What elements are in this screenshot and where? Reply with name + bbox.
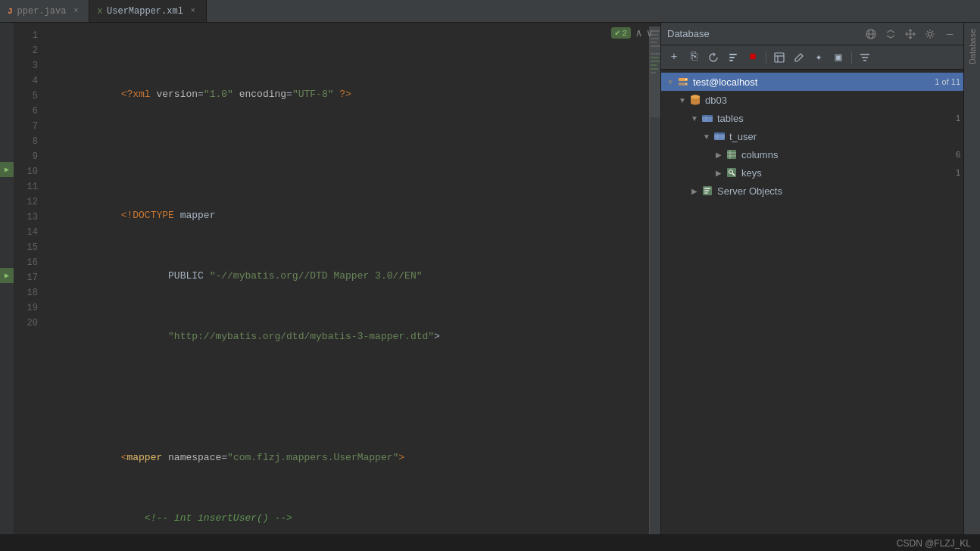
tab-usermapper-xml[interactable]: X UserMapper.xml × — [89, 0, 206, 22]
tree-item-server-objects[interactable]: ▶ Server Objects — [661, 182, 963, 200]
tree-badge-tables: 1 — [956, 114, 960, 123]
svg-rect-45 — [704, 188, 710, 189]
checkmark-icon: ✔ — [615, 28, 620, 38]
tree-badge-keys: 1 — [956, 168, 960, 177]
db-tree[interactable]: ▼ test@localhost 1 of 11 — [661, 70, 963, 534]
db-btn-view[interactable]: ▣ — [830, 49, 847, 66]
columns-icon — [725, 148, 738, 161]
svg-point-25 — [685, 79, 687, 80]
tab-close-usermapper-xml[interactable]: × — [188, 6, 198, 17]
tree-label-root: test@localhost — [693, 76, 930, 88]
svg-rect-19 — [729, 60, 733, 61]
db-icon-settings[interactable] — [922, 26, 938, 42]
tree-expand-server-objects[interactable]: ▶ — [688, 187, 701, 195]
tree-label-keys: keys — [741, 167, 953, 179]
db-btn-stop[interactable]: ■ — [744, 49, 761, 66]
db-btn-jump[interactable]: ✦ — [810, 49, 827, 66]
db-panel-header: Database — [661, 23, 963, 45]
code-line-5: "http://mybatis.org/dtd/mybatis-3-mapper… — [47, 314, 649, 329]
tree-expand-columns[interactable]: ▶ — [713, 151, 725, 159]
tree-label-columns: columns — [741, 149, 953, 160]
editor-area: ✔ 2 ∧ ∨ 1 2 3 4 5 6 7 8 9 — [14, 23, 660, 534]
t-user-icon — [713, 129, 726, 143]
tree-expand-tables[interactable]: ▼ — [688, 114, 701, 123]
svg-rect-46 — [704, 190, 709, 191]
code-editor[interactable]: 1 2 3 4 5 6 7 8 9 10 11 12 13 14 15 16 1 — [14, 23, 660, 534]
tree-label-t-user: t_user — [729, 131, 960, 142]
db-btn-refresh[interactable] — [705, 49, 722, 66]
svg-rect-20 — [775, 53, 784, 62]
db-root-icon — [676, 75, 690, 89]
down-arrow-btn[interactable]: ∨ — [647, 26, 653, 39]
server-objects-icon — [701, 184, 714, 198]
svg-rect-17 — [729, 54, 737, 55]
svg-rect-12 — [650, 26, 660, 117]
minimap — [649, 26, 660, 534]
tree-badge-root: 1 of 11 — [935, 77, 960, 86]
db-btn-properties[interactable] — [725, 49, 741, 66]
code-line-8: <!-- int insertUser() --> — [47, 496, 649, 511]
tree-item-columns[interactable]: ▶ columns 6 — [661, 145, 963, 163]
tree-label-db03: db03 — [705, 95, 960, 106]
tree-item-root[interactable]: ▼ test@localhost 1 of 11 — [661, 73, 963, 91]
db-btn-duplicate[interactable]: ⎘ — [685, 49, 702, 66]
tree-expand-db03[interactable]: ▼ — [676, 96, 688, 104]
tree-label-server-objects: Server Objects — [717, 185, 960, 197]
left-gutter: ▶ ▶ — [0, 23, 14, 534]
code-lines[interactable]: <?xml version="1.0" encoding="UTF-8" ?> … — [44, 26, 649, 534]
tab-close-mapper-java[interactable]: × — [70, 6, 81, 17]
tree-expand-root[interactable]: ▼ — [664, 78, 676, 86]
db-toolbar-sep1 — [766, 51, 766, 64]
db-btn-filter[interactable] — [857, 49, 873, 66]
db-btn-add[interactable]: + — [666, 49, 682, 66]
tab-bar: J pper.java × X UserMapper.xml × — [0, 0, 980, 23]
svg-rect-38 — [727, 150, 736, 159]
gutter-marker-insert: ▶ — [0, 162, 14, 177]
db-btn-table[interactable] — [771, 49, 788, 66]
svg-rect-34 — [714, 132, 725, 135]
java-file-icon: J — [8, 7, 13, 16]
bottom-bar: CSDN @FLZJ_KL — [0, 534, 980, 551]
code-line-3: <!DOCTYPE mapper — [47, 193, 649, 208]
svg-rect-30 — [702, 115, 713, 117]
up-arrow-btn[interactable]: ∧ — [635, 26, 641, 39]
tree-label-tables: tables — [717, 113, 953, 124]
tab-label-mapper-java: pper.java — [17, 6, 67, 17]
db-icon-globe[interactable] — [863, 26, 879, 42]
code-line-1: <?xml version="1.0" encoding="UTF-8" ?> — [47, 72, 649, 87]
keys-icon — [725, 166, 738, 179]
tree-item-keys[interactable]: ▶ keys 1 — [661, 163, 963, 182]
database-panel: Database — [660, 23, 963, 534]
code-line-6 — [47, 375, 649, 390]
tree-expand-keys[interactable]: ▶ — [713, 169, 725, 177]
tree-badge-columns: 6 — [956, 150, 960, 159]
change-badge: ✔ 2 — [611, 27, 631, 39]
tables-icon — [701, 111, 714, 125]
code-line-4: PUBLIC "-//mybatis.org//DTD Mapper 3.0//… — [47, 254, 649, 269]
svg-point-28 — [691, 95, 700, 99]
editor-toolbar: ✔ 2 ∧ ∨ — [611, 26, 653, 39]
code-line-2 — [47, 132, 649, 148]
tab-mapper-java[interactable]: J pper.java × — [0, 0, 89, 22]
vertical-tabs-right: Database — [963, 23, 980, 534]
database-side-label[interactable]: Database — [966, 23, 978, 70]
gutter-marker-update: ▶ — [0, 268, 14, 283]
xml-file-icon: X — [97, 7, 102, 16]
tree-expand-t-user[interactable]: ▼ — [701, 132, 713, 141]
svg-rect-18 — [729, 57, 735, 58]
db-icon-expand[interactable] — [883, 26, 898, 42]
code-line-7: <mapper namespace="com.flzj.mappers.User… — [47, 435, 649, 450]
tree-item-tables[interactable]: ▼ tables 1 — [661, 109, 963, 127]
tree-item-db03[interactable]: ▼ db03 — [661, 91, 963, 109]
db-icon-minimize[interactable]: — — [942, 26, 957, 42]
db03-icon — [688, 93, 702, 107]
tree-item-t-user[interactable]: ▼ t_user — [661, 127, 963, 145]
tab-label-usermapper-xml: UserMapper.xml — [107, 6, 183, 17]
db-icon-move[interactable] — [903, 26, 918, 42]
svg-point-26 — [685, 83, 687, 85]
svg-rect-42 — [727, 168, 736, 177]
db-header-icons: — — [863, 26, 957, 42]
line-numbers: 1 2 3 4 5 6 7 8 9 10 11 12 13 14 15 16 1 — [14, 26, 44, 534]
db-btn-edit[interactable] — [791, 49, 807, 66]
watermark-text: CSDN @FLZJ_KL — [897, 538, 971, 549]
